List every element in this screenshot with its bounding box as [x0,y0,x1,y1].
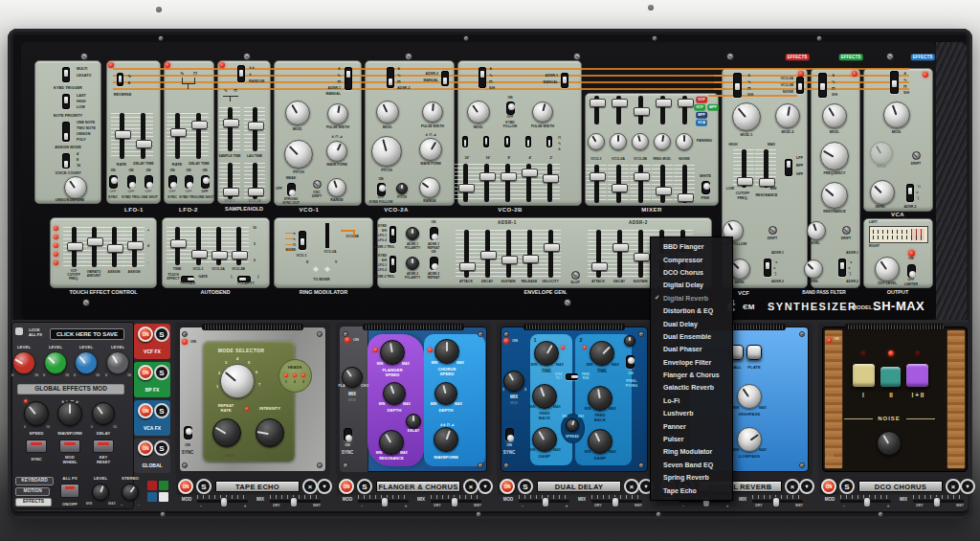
vcf-adsr-select-switch[interactable] [764,259,771,277]
vca-sens-knob[interactable] [870,180,895,205]
tape-echo-title-field[interactable]: TAPE ECHO [215,481,300,492]
flanger-chorus-select-button[interactable]: ▼ [478,479,493,494]
chorus-speed-knob[interactable] [434,339,459,364]
dual-delay-remove-button[interactable]: × [624,479,639,494]
bpf-level-knob[interactable] [807,221,826,240]
tape-echo-solo-button[interactable]: S [196,479,212,494]
save-button[interactable]: CLICK HERE TO SAVE [50,328,124,340]
layout-red-button[interactable] [147,481,157,490]
mode-selector-knob[interactable] [220,364,255,398]
vco1-waveform-knob[interactable] [326,141,347,162]
mixer-dest-ringmod[interactable] [652,96,673,124]
adsr1-decay-slider[interactable] [477,230,498,278]
mixer-pan-noise[interactable] [676,133,693,150]
vca-fx-solo-button[interactable]: S [154,403,169,418]
vco2a-pulse-width-knob[interactable] [422,101,443,123]
menu-item-lushverb[interactable]: Lushverb [651,407,732,419]
vco2a-kybd-follow-toggle[interactable] [377,183,386,196]
bp-fx-on-button[interactable]: ON [138,365,153,380]
vca-fx-level-knob[interactable] [75,351,98,374]
tab-motion[interactable]: MOTION [15,487,50,496]
flanger-chorus-on-button[interactable]: ON [339,479,354,494]
delay1-time-knob[interactable] [534,341,559,366]
vco2b-mod-knob[interactable] [467,101,490,124]
mixer-level-ringmod[interactable] [652,165,673,203]
adsr2-decay-slider[interactable] [609,230,630,278]
unison-detune-knob[interactable] [64,176,87,199]
mixer-level-vco2a[interactable] [608,165,629,203]
bpf-mod-source-switch[interactable] [818,73,827,98]
sh-vco1-slider[interactable] [219,163,240,199]
vca-mod-knob[interactable] [883,101,910,128]
vcf-mod1-knob[interactable] [732,102,761,131]
dco-chorus-on-button[interactable]: ON [821,479,836,494]
vcf-fx-on-button[interactable]: ON [138,327,153,342]
adsr1-release-slider[interactable] [519,230,540,278]
tape-echo-on-button[interactable]: ON [178,479,193,494]
layout-blue-button[interactable] [147,492,157,502]
gem-mod-wheel-button[interactable] [59,440,80,453]
dual-delay-sync-toggle[interactable] [505,428,514,441]
vco2a-pw-mode-switch[interactable] [441,71,449,86]
vcf-mod2-source-switch[interactable] [796,77,804,94]
autobend-vco1-slider[interactable] [188,227,209,265]
adsr2-polarity-knob[interactable] [406,257,419,270]
sample-time-slider[interactable] [219,107,240,151]
menu-item-compressor[interactable]: Compressor [651,253,732,265]
vco2b-wave-switch-2[interactable] [546,136,552,147]
plate-button[interactable] [746,345,762,360]
lfo2-sync-toggle[interactable] [168,175,177,189]
vcf-fx-solo-button[interactable]: S [154,327,169,342]
bpf-resonance-knob[interactable] [821,182,848,209]
tape-echo-mod-slider[interactable] [197,495,248,507]
dual-delay-solo-button[interactable]: S [518,479,533,494]
mixer-pan-vco2a[interactable] [610,133,627,150]
adsr2-sustain-slider[interactable] [630,230,651,278]
vco2a-mod-knob[interactable] [376,101,399,124]
intensity-knob[interactable] [256,418,284,447]
ringmod-x-source-switch[interactable] [299,231,306,250]
note-priority-switch[interactable] [62,94,70,109]
ping-pong-toggle[interactable] [626,355,635,369]
vco2b-wave-switch-32[interactable] [462,136,468,147]
vco2b-16-slider[interactable] [476,164,497,202]
gem-speed-knob[interactable] [24,401,49,426]
adsr2-repeat-toggle[interactable] [430,257,438,270]
menu-item-dual-delay[interactable]: Dual Delay [651,317,732,329]
lfo1-rate-slider[interactable] [111,113,132,159]
menu-item-seven-band-eq[interactable]: Seven Band EQ [651,459,732,471]
gem-key-reset-button[interactable] [93,440,114,453]
touch-vcf-cutoff-slider[interactable] [63,227,84,267]
vca-fx-on-button[interactable]: ON [138,403,153,418]
digital-reverb-select-button[interactable]: ▼ [799,479,814,494]
dual-delay-title-field[interactable]: DUAL DELAY [537,481,621,492]
vco2a-pitch-knob[interactable] [371,136,402,167]
bpf-adsr-select-switch[interactable] [838,259,846,277]
gem-waveform-knob[interactable] [57,401,82,426]
delay2-time-knob[interactable] [590,341,614,366]
vco1-mod-source-switch[interactable] [345,67,352,90]
vco2b-4-slider[interactable] [518,164,539,202]
flanger-delay-knob[interactable] [406,414,421,429]
flanger-speed-knob[interactable] [380,340,405,365]
noise-color-toggle[interactable] [702,181,710,194]
menu-item-tape-echo[interactable]: Tape Echo [651,484,732,496]
vca-mod-source-switch[interactable] [890,71,899,94]
lag-time-slider[interactable] [244,107,265,151]
dual-delay-trim-knob[interactable] [624,335,635,347]
vco2b-2-slider[interactable] [539,164,560,202]
bpf-frequency-knob[interactable] [820,142,849,170]
vcf-fx-level-knob[interactable] [12,351,35,374]
menu-item-distortion-eq[interactable]: Distortion & EQ [651,304,732,317]
vcf-mod1-source-switch[interactable] [733,73,742,98]
gem-delay-knob[interactable] [92,402,115,425]
delay2-sync-mode-switch[interactable] [566,373,578,380]
digital-reverb-remove-button[interactable]: × [785,479,800,494]
mixer-level-vco2b[interactable] [630,165,651,203]
menu-item-spring-reverb[interactable]: Spring Reverb [651,471,732,484]
flanger-chorus-remove-button[interactable]: × [463,479,479,494]
mixer-level-vco1[interactable] [586,165,607,203]
touch-assign2-slider[interactable] [123,227,145,267]
vco2a-range-knob[interactable] [419,177,440,198]
adsr1-sustain-slider[interactable] [498,230,519,278]
